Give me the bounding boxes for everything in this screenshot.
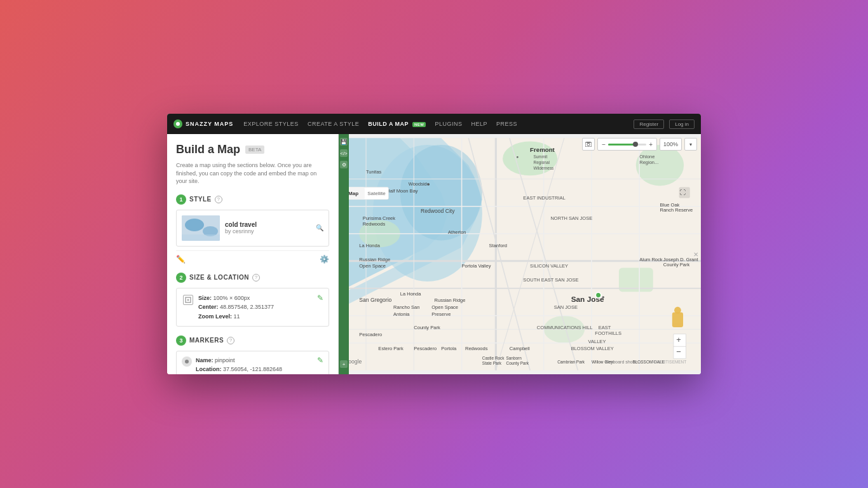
svg-text:Satellite: Satellite	[367, 191, 386, 197]
page-description: Create a map using the sections below. O…	[176, 161, 329, 186]
side-bottom-icon[interactable]: +	[340, 360, 348, 368]
marker-1-name-line: Name: pinpoint	[196, 356, 313, 365]
svg-text:Portola Valley: Portola Valley	[462, 264, 491, 269]
svg-text:Antonia: Antonia	[393, 311, 410, 317]
markers-section-number: 3	[176, 336, 186, 346]
zoom-plus-icon[interactable]: +	[649, 141, 653, 148]
svg-text:Alum Rock: Alum Rock	[639, 257, 663, 262]
side-code-icon[interactable]: </>	[340, 149, 348, 157]
svg-text:●: ●	[428, 182, 430, 186]
svg-text:COMMUNICATIONS HILL: COMMUNICATIONS HILL	[537, 325, 593, 330]
svg-text:Redwoods: Redwoods	[465, 346, 488, 351]
svg-text:Open Space: Open Space	[359, 264, 386, 269]
svg-text:Wilderness: Wilderness	[534, 166, 554, 170]
beta-badge: BETA	[245, 146, 264, 154]
svg-text:SOUTH EAST SAN JOSE: SOUTH EAST SAN JOSE	[523, 277, 578, 283]
svg-point-15	[636, 145, 684, 186]
svg-text:Pescadero: Pescadero	[414, 346, 437, 351]
nav-logo[interactable]: SNAZZY MAPS	[173, 119, 233, 128]
logo-icon	[173, 119, 182, 128]
svg-text:Open Space: Open Space	[431, 304, 458, 310]
svg-point-102	[674, 307, 681, 314]
style-search-icon[interactable]: 🔍	[316, 224, 323, 231]
zoom-label: 100%	[660, 138, 682, 151]
register-button[interactable]: Register	[634, 119, 664, 129]
style-author: by cesrinny	[225, 228, 311, 234]
map-area: 💾 </> ⚙ +	[339, 134, 701, 374]
svg-text:Fremont: Fremont	[530, 146, 555, 153]
main-content: Build a Map BETA Create a map using the …	[167, 134, 701, 374]
svg-text:Map: Map	[348, 191, 358, 197]
nav-right: Register Log in	[634, 119, 695, 129]
nav-item-explore[interactable]: EXPLORE STYLES	[243, 121, 299, 127]
style-section-header: 1 STYLE ?	[176, 194, 329, 205]
size-location-section: 2 SIZE & LOCATION ? Size: 100% × 600px	[176, 273, 329, 327]
svg-text:County Park: County Park	[663, 262, 690, 268]
markers-help-icon[interactable]: ?	[227, 337, 234, 344]
svg-text:San Gregorio: San Gregorio	[359, 297, 391, 303]
style-info: cold travel by cesrinny	[225, 221, 311, 234]
svg-text:ADVERTISEMENT: ADVERTISEMENT	[652, 360, 687, 364]
map-svg: Fremont ● San Jose ● Redwood City Athert…	[339, 134, 701, 374]
login-button[interactable]: Log in	[669, 119, 695, 129]
svg-text:BLOSSOM VALLEY: BLOSSOM VALLEY	[571, 346, 614, 351]
nav-item-help[interactable]: HELP	[471, 121, 487, 127]
size-section-number: 2	[176, 273, 186, 283]
style-card: cold travel by cesrinny 🔍	[176, 210, 329, 247]
nav-items: EXPLORE STYLES CREATE A STYLE BUILD A MA…	[243, 121, 634, 127]
svg-text:●: ●	[517, 154, 519, 159]
svg-text:SAN JOSE: SAN JOSE	[554, 304, 578, 310]
svg-text:Russian Ridge: Russian Ridge	[435, 297, 466, 303]
svg-point-2	[185, 219, 204, 231]
marker-1-icon	[182, 356, 192, 367]
size-line: Size: 100% × 600px	[198, 294, 322, 302]
marker-1-edit-button[interactable]: ✎	[317, 356, 323, 365]
svg-text:Keyboard shortc...: Keyboard shortc...	[605, 360, 641, 365]
nav-item-press[interactable]: PRESS	[496, 121, 517, 127]
style-help-icon[interactable]: ?	[215, 196, 222, 203]
svg-text:Russian Ridge: Russian Ridge	[359, 257, 390, 262]
svg-text:Rancho San: Rancho San	[393, 304, 419, 310]
svg-text:Campbell: Campbell	[510, 346, 530, 351]
style-settings-icon[interactable]: ⚙️	[320, 255, 329, 264]
markers-section: 3 MARKERS ? Name: pinpoint	[176, 336, 329, 374]
marker-1-info: Name: pinpoint Location: 37.56054, -121.…	[196, 356, 313, 374]
zoom-slider-fill	[608, 144, 635, 146]
panel-close-x[interactable]: ✕	[693, 251, 698, 258]
nav-item-plugins[interactable]: PLUGINS	[435, 121, 462, 127]
zoom-minus-icon[interactable]: −	[602, 141, 606, 148]
svg-text:SILICON VALLEY: SILICON VALLEY	[530, 264, 568, 269]
style-card-bottom: ✏️ ⚙️	[176, 250, 329, 264]
nav-item-build[interactable]: BUILD A MAP NEW	[368, 121, 426, 127]
svg-text:FOOTHILLS: FOOTHILLS	[595, 330, 621, 336]
zoom-slider[interactable]	[608, 144, 646, 146]
style-name: cold travel	[225, 221, 311, 228]
style-section-title: STYLE	[189, 196, 212, 203]
svg-text:Portola: Portola	[441, 346, 457, 351]
markers-section-header: 3 MARKERS ?	[176, 336, 329, 346]
svg-text:County Park: County Park	[506, 361, 529, 366]
center-line: Center: 48.857548, 2.351377	[198, 302, 322, 311]
style-section-number: 1	[176, 194, 186, 205]
marker-1-location-line: Location: 37.56054, -121.882648	[196, 365, 313, 374]
side-settings-icon[interactable]: ⚙	[340, 161, 348, 168]
style-edit-icon[interactable]: ✏️	[176, 255, 186, 264]
app-window: SNAZZY MAPS EXPLORE STYLES CREATE A STYL…	[167, 114, 701, 374]
zoom-slider-container: − +	[597, 138, 657, 151]
zoom-slider-thumb	[633, 142, 638, 147]
svg-text:−: −	[676, 347, 681, 356]
style-section: 1 STYLE ? cold tra	[176, 194, 329, 264]
logo-text: SNAZZY MAPS	[186, 121, 233, 127]
svg-text:●: ●	[602, 294, 605, 300]
svg-text:County Park: County Park	[414, 325, 440, 330]
size-edit-button[interactable]: ✎	[317, 294, 323, 302]
size-help-icon[interactable]: ?	[252, 274, 260, 281]
map-screenshot-icon[interactable]	[582, 138, 595, 151]
svg-text:Sanborn: Sanborn	[506, 356, 522, 360]
svg-text:⛶: ⛶	[680, 189, 686, 196]
zoom-fit-icon[interactable]: ▾	[684, 138, 697, 151]
svg-text:Woodside: Woodside	[409, 181, 430, 187]
side-save-icon[interactable]: 💾	[340, 138, 348, 146]
nav-item-create[interactable]: CREATE A STYLE	[308, 121, 359, 127]
navbar: SNAZZY MAPS EXPLORE STYLES CREATE A STYL…	[167, 114, 701, 134]
